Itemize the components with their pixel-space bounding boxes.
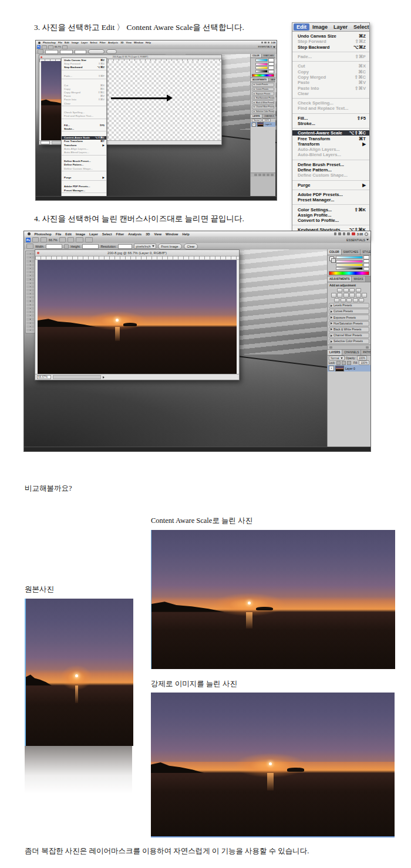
adjustment-icon[interactable] bbox=[349, 293, 355, 298]
menubar-item[interactable]: Select bbox=[351, 23, 369, 31]
menu-item[interactable]: Paste Into⇧⌘V bbox=[292, 85, 369, 90]
menu-item[interactable]: Adobe PDF Presets... bbox=[292, 192, 369, 197]
menu-item[interactable]: Color Settings...⇧⌘K bbox=[292, 207, 369, 212]
front-image-button[interactable] bbox=[88, 49, 105, 54]
close-icon[interactable] bbox=[41, 56, 42, 58]
preset-row[interactable]: Selective Color Presets bbox=[252, 110, 274, 114]
tool-icon[interactable] bbox=[26, 274, 34, 277]
view-extras-icon[interactable] bbox=[48, 45, 53, 49]
adjustment-icon[interactable] bbox=[356, 293, 361, 298]
menu-item[interactable]: Step Backward⌥⌘Z bbox=[62, 65, 106, 69]
workspace-switcher[interactable]: ESSENTIALS bbox=[346, 238, 369, 242]
clear-button[interactable] bbox=[106, 49, 117, 54]
menu-item[interactable] bbox=[62, 79, 106, 83]
tool-preset-icon[interactable] bbox=[26, 244, 33, 249]
menu-item[interactable]: Clear bbox=[62, 102, 106, 105]
layer-style-icon[interactable] bbox=[258, 174, 261, 177]
preset-row[interactable]: Channel Mixer Presets bbox=[252, 105, 274, 109]
tool-icon[interactable] bbox=[26, 310, 34, 313]
tool-preset-icon[interactable] bbox=[38, 49, 43, 54]
bridge-icon[interactable] bbox=[42, 45, 47, 49]
preset-row[interactable]: Black & White Presets bbox=[252, 100, 274, 104]
foreground-background-swatches[interactable] bbox=[329, 256, 335, 262]
magenta-slider[interactable] bbox=[255, 63, 268, 66]
adjustment-icon[interactable] bbox=[356, 288, 361, 293]
menubar-item[interactable]: 3D bbox=[119, 41, 124, 44]
bridge-icon[interactable] bbox=[32, 237, 39, 242]
return-arrow-icon[interactable] bbox=[329, 346, 332, 349]
menu-item[interactable]: Copy⌘C bbox=[292, 69, 369, 74]
menubar-item[interactable]: Analysis bbox=[126, 232, 144, 236]
status-zoom-field[interactable] bbox=[41, 141, 50, 144]
tool-icon[interactable] bbox=[26, 271, 34, 273]
menu-item[interactable]: Fade...⇧⌘F bbox=[62, 75, 106, 78]
menu-item[interactable] bbox=[62, 155, 106, 159]
layer-row[interactable]: Layer 0 bbox=[251, 122, 275, 127]
adjustment-icon[interactable] bbox=[337, 288, 342, 293]
tool-icon[interactable] bbox=[26, 325, 34, 328]
adjustment-icon[interactable] bbox=[331, 293, 336, 298]
adjustment-icon[interactable] bbox=[359, 298, 364, 303]
tool-icon[interactable] bbox=[26, 259, 34, 262]
lock-pixels-icon[interactable] bbox=[342, 361, 346, 365]
status-zoom-field[interactable]: 66.67% bbox=[37, 375, 51, 380]
menu-item[interactable]: Free Transform⌘T bbox=[292, 136, 369, 141]
menu-item[interactable] bbox=[62, 171, 106, 175]
menubar-item[interactable]: Filter bbox=[99, 41, 107, 44]
black-slider[interactable] bbox=[255, 70, 268, 73]
menubar-item[interactable]: Layer bbox=[87, 232, 100, 236]
menubar-item[interactable]: 3D bbox=[144, 232, 152, 236]
menu-item[interactable]: Stroke... bbox=[292, 121, 369, 126]
menu-item[interactable]: Convert to Profile... bbox=[292, 218, 369, 223]
zoom-level[interactable]: 66.7% bbox=[49, 238, 58, 242]
preset-row[interactable]: Hue/Saturation Presets bbox=[252, 96, 274, 100]
layer-visibility-icon[interactable] bbox=[252, 123, 256, 127]
menu-item[interactable] bbox=[292, 180, 369, 181]
menu-item[interactable] bbox=[292, 128, 369, 129]
menu-item[interactable] bbox=[292, 52, 369, 52]
tool-icon[interactable] bbox=[26, 289, 34, 292]
panel-tab[interactable]: LAYERS bbox=[251, 114, 262, 118]
preset-row[interactable]: Channel Mixer Presets bbox=[329, 333, 369, 338]
clear-button[interactable]: Clear bbox=[184, 244, 198, 249]
screen-mode-icon[interactable] bbox=[85, 237, 93, 242]
menu-item[interactable]: Content-Aware Scale⌥⇧⌘C bbox=[292, 130, 369, 136]
preset-row[interactable]: Curves Presets bbox=[329, 309, 369, 314]
menu-item[interactable]: Copy Merged⇧⌘C bbox=[292, 75, 369, 80]
swap-dimensions-icon[interactable] bbox=[64, 244, 69, 249]
menubar-item[interactable]: Edit bbox=[294, 23, 309, 31]
opacity-select[interactable]: 100% bbox=[262, 119, 271, 123]
menu-item[interactable]: Auto-Blend Layers... bbox=[62, 150, 106, 154]
menu-item[interactable]: Define Brush Preset... bbox=[292, 162, 369, 167]
opacity-select[interactable]: 100% bbox=[357, 356, 368, 360]
menu-item[interactable] bbox=[62, 119, 106, 123]
blend-mode-select[interactable]: Normal bbox=[329, 356, 345, 360]
resolution-unit-select[interactable]: pixels/inch bbox=[134, 244, 156, 249]
panel-tab[interactable]: COLOR bbox=[328, 249, 342, 255]
expanded-view-icon[interactable] bbox=[366, 346, 369, 349]
menubar-item[interactable]: Photoshop bbox=[42, 41, 57, 44]
menu-item[interactable] bbox=[292, 113, 369, 114]
menu-item[interactable]: Step Backward⌥⌘Z bbox=[292, 45, 369, 50]
panel-tab[interactable]: MASKS bbox=[269, 78, 275, 82]
menubar-item[interactable]: Analysis bbox=[107, 41, 119, 44]
zoom-tool-icon[interactable] bbox=[68, 237, 74, 242]
menubar-item[interactable]: Layer bbox=[80, 41, 89, 44]
preset-row[interactable]: Curves Presets bbox=[252, 87, 274, 92]
adjustment-icon[interactable] bbox=[343, 293, 349, 298]
menu-item[interactable]: Clear bbox=[292, 91, 369, 96]
menu-item[interactable] bbox=[62, 180, 106, 184]
panel-tab[interactable]: MASKS bbox=[352, 276, 365, 282]
menu-item[interactable]: Find and Replace Text... bbox=[62, 114, 106, 118]
menu-item[interactable] bbox=[292, 225, 369, 225]
panel-tab[interactable]: COLOR bbox=[251, 54, 262, 58]
preset-row[interactable]: Exposure Presets bbox=[252, 92, 274, 96]
cyan-slider[interactable] bbox=[336, 256, 363, 259]
menubar-item[interactable]: Select bbox=[89, 41, 98, 44]
menubar-item[interactable]: Photoshop bbox=[32, 232, 53, 236]
menu-item[interactable] bbox=[62, 106, 106, 110]
close-icon[interactable] bbox=[37, 252, 39, 254]
width-field[interactable] bbox=[46, 244, 62, 249]
adjustment-icon[interactable] bbox=[341, 298, 346, 303]
layer-row[interactable]: Layer 0 bbox=[328, 365, 370, 371]
